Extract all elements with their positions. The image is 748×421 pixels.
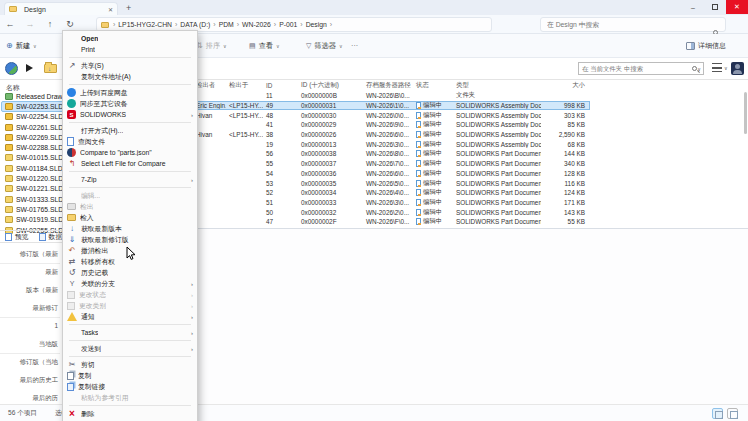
- assembly-icon: [5, 124, 13, 131]
- menu-item[interactable]: 复制链接: [63, 381, 197, 392]
- table-row[interactable]: 540x00000036WN-2026\6\0...编辑中SOLIDWORKS …: [192, 169, 748, 179]
- menu-item[interactable]: 发送到›: [63, 343, 197, 354]
- table-row[interactable]: 550x00000037WN-2026\7\0...编辑中SOLIDWORKS …: [192, 159, 748, 169]
- table-row[interactable]: 520x00000034WN-2026\4\0...编辑中SOLIDWORKS …: [192, 188, 748, 198]
- table-row[interactable]: Hivan<LP15-HY...380x00000026WN-2026\6\0.…: [192, 130, 748, 140]
- pdm-search-input[interactable]: [579, 65, 692, 72]
- menu-item[interactable]: 删除: [63, 408, 197, 419]
- icons-view-toggle[interactable]: [727, 408, 738, 419]
- menu-item[interactable]: Tasks›: [63, 327, 197, 338]
- cell-id-hex: 0x00000013: [298, 141, 363, 148]
- part-icon: [5, 185, 13, 192]
- pdm-vault-icon[interactable]: [5, 62, 18, 75]
- cell-type: SOLIDWORKS Part Document: [453, 160, 541, 167]
- cell-id-hex: 0x00000035: [298, 180, 363, 187]
- menu-item[interactable]: 剪切: [63, 359, 197, 370]
- menu-item[interactable]: 获取最新版本: [63, 223, 197, 234]
- menu-item[interactable]: 关联的分支›: [63, 278, 197, 289]
- column-header[interactable]: 状态: [413, 81, 453, 90]
- cell-state: 编辑中: [413, 101, 453, 110]
- part-icon: [5, 206, 13, 213]
- breadcrumb-item[interactable]: WN-2026: [240, 21, 273, 28]
- minimize-button[interactable]: –: [682, 0, 704, 14]
- refresh-button[interactable]: ↻: [60, 19, 80, 29]
- tab-close-icon[interactable]: ✕: [108, 6, 113, 13]
- table-row[interactable]: Eric Engin...<LP15-HY...490x00000031WN-2…: [192, 101, 590, 111]
- cell-id: 19: [263, 141, 298, 148]
- table-row[interactable]: 500x00000032WN-2026\2\0...编辑中SOLIDWORKS …: [192, 207, 748, 217]
- submenu-arrow-icon: ›: [191, 177, 193, 183]
- breadcrumb-item[interactable]: P-001: [277, 21, 299, 28]
- filter-button[interactable]: ▽ 筛选器 ∨: [300, 41, 349, 51]
- table-row[interactable]: Hivan<LP15-HY...480x00000030WN-2026\0\0.…: [192, 110, 748, 120]
- menu-item[interactable]: 同步至其它设备: [63, 98, 197, 109]
- table-row[interactable]: 510x00000033WN-2026\3\0...编辑中SOLIDWORKS …: [192, 198, 748, 208]
- menu-item[interactable]: 上传到百度网盘: [63, 87, 197, 98]
- table-row[interactable]: 190x00000013WN-2026\3\0...编辑中SOLIDWORKS …: [192, 139, 748, 149]
- back-button[interactable]: ←: [0, 19, 20, 29]
- table-row[interactable]: 410x00000029WN-2026\9\0...编辑中SOLIDWORKS …: [192, 120, 748, 130]
- menu-item-label: 复制链接: [78, 382, 105, 392]
- menu-item[interactable]: 复制: [63, 370, 197, 381]
- breadcrumb-item[interactable]: LP15-HYG2-CHN: [116, 21, 174, 28]
- menu-item[interactable]: 复制文件地址(A): [63, 71, 197, 82]
- new-button[interactable]: ⊕ 新建 ∨: [0, 41, 43, 51]
- cell-archive-path: WN-2026\5\0...: [363, 180, 413, 187]
- document-state-icon: [416, 131, 421, 138]
- column-header[interactable]: 大小: [541, 81, 587, 90]
- column-header[interactable]: ID (十六进制): [298, 81, 363, 90]
- pdm-search-box[interactable]: ∨: [578, 62, 704, 75]
- plus-icon: ⊕: [6, 41, 13, 50]
- menu-item[interactable]: Select Left File for Compare: [63, 158, 197, 169]
- menu-item[interactable]: 查阅文件: [63, 136, 197, 147]
- menu-item[interactable]: 通知›: [63, 311, 197, 322]
- tab-design[interactable]: Design ✕: [4, 2, 118, 15]
- close-button[interactable]: ✕: [726, 0, 748, 14]
- menu-item[interactable]: 7-Zip›: [63, 174, 197, 185]
- menu-item[interactable]: 打开方式(H)...: [63, 125, 197, 136]
- cell-archive-path: WN-2026\4\0...: [363, 189, 413, 196]
- check-out-icon[interactable]: ↓: [44, 64, 57, 73]
- new-tab-button[interactable]: +: [126, 3, 131, 13]
- forward-button[interactable]: →: [20, 19, 40, 29]
- table-row[interactable]: 110x0000000BWN-2026\B\0...文件夹: [192, 91, 748, 101]
- filter-icon: ▽: [306, 42, 311, 50]
- details-pane-toggle[interactable]: 详细信息: [686, 41, 726, 51]
- breadcrumb-item[interactable]: PDM: [217, 21, 236, 28]
- item-count: 56 个项目: [0, 409, 37, 418]
- search-results-list-button[interactable]: ∨: [712, 63, 728, 72]
- maximize-button[interactable]: [704, 0, 726, 14]
- play-icon[interactable]: [26, 64, 33, 72]
- table-header-row[interactable]: 检出者检出于IDID (十六进制)存档服务器路径状态类型大小: [192, 80, 748, 91]
- breadcrumb-item[interactable]: Design: [304, 21, 329, 28]
- column-header[interactable]: 类型: [453, 81, 541, 90]
- tab-title: Design: [24, 6, 46, 13]
- menu-item[interactable]: 共享(S): [63, 60, 197, 71]
- more-button[interactable]: ···: [345, 41, 364, 50]
- menu-item[interactable]: SOLIDWORKS›: [63, 109, 197, 120]
- cell-archive-path: WN-2026\9\0...: [363, 121, 413, 128]
- state-text: 编辑中: [423, 101, 442, 110]
- up-button[interactable]: ↑: [40, 19, 60, 29]
- table-row[interactable]: 560x00000038WN-2026\8\0...编辑中SOLIDWORKS …: [192, 149, 748, 159]
- breadcrumb-item[interactable]: DATA (D:): [178, 21, 212, 28]
- table-row[interactable]: 530x00000035WN-2026\5\0...编辑中SOLIDWORKS …: [192, 178, 748, 188]
- menu-item[interactable]: Open: [63, 33, 197, 44]
- view-button[interactable]: ▤ 查看 ∨: [243, 41, 286, 51]
- menu-item[interactable]: 历史记载: [63, 267, 197, 278]
- column-header[interactable]: 检出于: [226, 81, 263, 90]
- chevron-right-icon: ›: [329, 21, 333, 28]
- column-header[interactable]: 存档服务器路径: [363, 81, 413, 90]
- user-avatar[interactable]: [731, 62, 744, 75]
- table-row[interactable]: 470x0000002FWN-2026\F\0...编辑中SOLIDWORKS …: [192, 217, 748, 227]
- explorer-search-input[interactable]: [540, 17, 726, 32]
- vertical-scrollbar[interactable]: [744, 92, 747, 134]
- menu-item[interactable]: Print: [63, 44, 197, 55]
- menu-item[interactable]: Compare to "parts.json": [63, 147, 197, 158]
- column-header[interactable]: ID: [263, 82, 298, 89]
- card-field-label: 最新修订: [0, 300, 60, 318]
- details-view-toggle[interactable]: [712, 408, 723, 419]
- tab-preview[interactable]: 预览: [5, 232, 29, 242]
- menu-item[interactable]: 获取最新修订版: [63, 234, 197, 245]
- menu-item[interactable]: 检入: [63, 212, 197, 223]
